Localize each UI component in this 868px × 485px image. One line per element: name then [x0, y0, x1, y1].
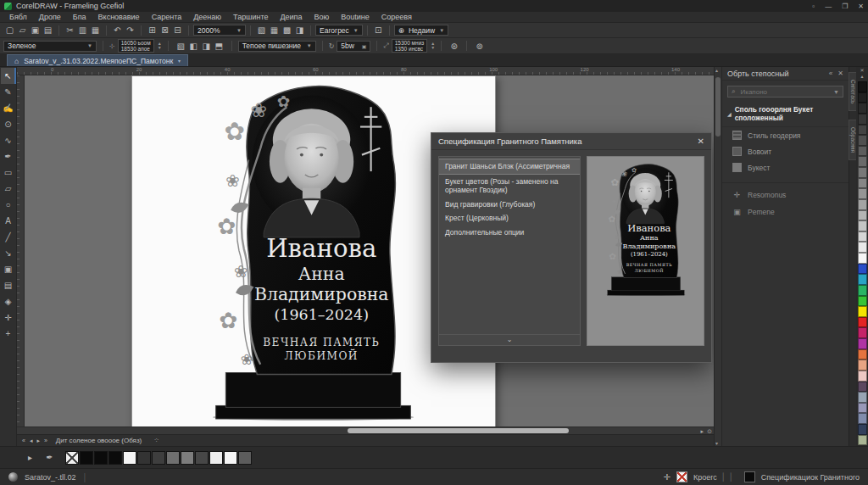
- zoom-tool-icon[interactable]: ⊙: [707, 427, 712, 435]
- open-icon[interactable]: ▱: [16, 24, 29, 36]
- layers-icon[interactable]: ◧: [187, 40, 200, 53]
- drawing-canvas[interactable]: ✿ ❀ ✿ ❀ ✿ ❀ ✿ ❀ Иванова Анна Владимировн…: [17, 75, 714, 426]
- docker-collapse-icon[interactable]: «: [829, 70, 832, 77]
- line-tool[interactable]: ╱: [1, 229, 16, 245]
- color-swatch[interactable]: [858, 392, 867, 403]
- dialog-title-bar[interactable]: Спецификация Гранитного Памятника ✕: [431, 133, 711, 150]
- spinner-arrows[interactable]: ▲▼: [431, 42, 435, 50]
- monument-object[interactable]: ✿ ❀ ✿ ❀ ✿ ❀ ✿ ❀ Иванова Анна Владимировн…: [206, 81, 420, 424]
- menu-item-0[interactable]: Бябл: [3, 13, 33, 21]
- color-swatch[interactable]: [94, 451, 108, 465]
- color-swatch[interactable]: [858, 274, 867, 285]
- horizontal-ruler[interactable]: 020406080100120140: [17, 67, 714, 75]
- color-swatch[interactable]: [858, 103, 867, 114]
- copy-icon[interactable]: ▥: [76, 24, 89, 36]
- restore-icon[interactable]: ❐: [842, 3, 848, 10]
- color-swatch[interactable]: [858, 178, 867, 189]
- object-position-fields[interactable]: 16050 ьоом 18530 апое: [118, 39, 154, 53]
- welcome-combo[interactable]: ⊕ Недаиw ▼: [394, 25, 448, 36]
- color-swatch[interactable]: [80, 451, 93, 465]
- rectangle-tool[interactable]: ▭: [1, 164, 16, 181]
- publish-pdf-icon[interactable]: ⊟: [171, 24, 184, 36]
- frame-tool[interactable]: ▣: [1, 261, 16, 277]
- spinner-arrows[interactable]: ▲▼: [158, 42, 162, 50]
- view-grid-icon[interactable]: ▦: [268, 24, 281, 36]
- menu-item-10[interactable]: Сореевя: [376, 13, 418, 21]
- pick-tool[interactable]: ↖: [1, 68, 16, 84]
- page-options-icon[interactable]: ⁘: [153, 437, 159, 444]
- color-swatch[interactable]: [858, 306, 867, 317]
- spec-list-item-0[interactable]: Гранит Шаньси Блэк (Ассиметричная: [439, 159, 580, 175]
- save-icon[interactable]: ▣: [29, 24, 42, 36]
- eraser-tool[interactable]: ◈: [1, 293, 16, 309]
- vertical-scroll-thumb[interactable]: [715, 77, 721, 137]
- color-swatch[interactable]: [858, 349, 867, 360]
- print-icon[interactable]: ▤: [42, 24, 54, 36]
- menu-item-2[interactable]: Бпа: [67, 13, 92, 21]
- color-swatch[interactable]: [858, 435, 867, 446]
- color-swatch[interactable]: [858, 114, 867, 125]
- redo-icon[interactable]: ↷: [124, 24, 136, 36]
- menu-item-5[interactable]: Деенаю: [187, 13, 227, 21]
- color-swatch[interactable]: [123, 451, 136, 465]
- snap-to-combo[interactable]: Еагогрес ▼: [315, 25, 363, 36]
- rotate-icon[interactable]: ↻: [329, 42, 335, 50]
- horizontal-scrollbar[interactable]: ▸ ⊙: [17, 426, 714, 434]
- more-options-icon[interactable]: ⊚: [473, 40, 486, 53]
- import-icon[interactable]: ⊞: [146, 24, 159, 36]
- color-eyedropper-icon[interactable]: ✒: [43, 451, 56, 464]
- color-swatch[interactable]: [858, 81, 867, 92]
- next-page-button[interactable]: ▸: [36, 438, 40, 444]
- palette-scroll-up-icon[interactable]: ▴: [860, 74, 863, 80]
- color-swatch[interactable]: [65, 451, 79, 465]
- color-swatch[interactable]: [858, 156, 867, 167]
- menu-item-8[interactable]: Вою: [308, 13, 335, 21]
- color-swatch[interactable]: [238, 451, 252, 465]
- menu-item-4[interactable]: Сарента: [146, 13, 188, 21]
- color-swatch[interactable]: [181, 451, 194, 465]
- menu-item-3[interactable]: Вксновавие: [92, 13, 146, 21]
- settings-gear-icon[interactable]: ⊛: [448, 40, 460, 53]
- list-scroll-down-button[interactable]: ⌄: [439, 334, 580, 345]
- color-swatch[interactable]: [858, 338, 867, 349]
- polygon-tool[interactable]: ▱: [1, 181, 16, 197]
- view-options-icon[interactable]: ◨: [293, 24, 306, 36]
- docker-item-2[interactable]: Букест: [722, 159, 849, 176]
- page-shape-icon[interactable]: ▧: [175, 40, 187, 53]
- spec-list-item-4[interactable]: Дополнительные опции: [439, 226, 580, 240]
- palette-flyout-icon[interactable]: ▸: [24, 451, 36, 464]
- document-tab[interactable]: ⌂ Saratov_v_.31.03.2022.МеяпоеПС_Памотон…: [7, 54, 188, 66]
- color-swatch[interactable]: [137, 451, 151, 465]
- menu-item-9[interactable]: Boutине: [335, 13, 376, 21]
- color-swatch[interactable]: [858, 146, 867, 157]
- undo-icon[interactable]: ↶: [111, 24, 124, 36]
- color-swatch[interactable]: [858, 413, 867, 424]
- menu-item-7[interactable]: Деипа: [274, 13, 308, 21]
- scroll-right-icon[interactable]: ▸: [700, 427, 704, 435]
- zoom-tool[interactable]: ⊙: [1, 116, 16, 132]
- docker-item-Pemene[interactable]: ▣Pemene: [722, 203, 849, 220]
- color-swatch[interactable]: [858, 231, 867, 242]
- shape-tool[interactable]: ✎: [1, 84, 16, 100]
- first-page-button[interactable]: «: [22, 438, 25, 444]
- search-input[interactable]: [738, 87, 830, 97]
- palette-close-icon[interactable]: ✕: [860, 68, 864, 74]
- color-swatch[interactable]: [858, 296, 867, 307]
- previous-page-button[interactable]: ◂: [30, 438, 33, 444]
- color-swatch[interactable]: [858, 327, 867, 338]
- color-swatch[interactable]: [858, 403, 867, 414]
- color-swatch[interactable]: [858, 424, 867, 435]
- scroll-up-icon[interactable]: ▴: [715, 67, 718, 73]
- angle-field[interactable]: 5bw ▣: [337, 41, 370, 52]
- color-swatch[interactable]: [858, 167, 867, 178]
- color-swatch[interactable]: [858, 125, 867, 136]
- title-bar[interactable]: CorelDRAW - Frameling Gcefiol ▫—❐✕: [0, 0, 868, 12]
- color-swatch[interactable]: [858, 371, 867, 382]
- color-swatch[interactable]: [858, 285, 867, 296]
- color-swatch[interactable]: [858, 264, 867, 275]
- color-swatch[interactable]: [858, 135, 867, 146]
- vertical-scrollbar[interactable]: ▴ ▾: [714, 67, 721, 446]
- color-swatch[interactable]: [858, 382, 867, 393]
- vertical-ruler[interactable]: [17, 75, 25, 426]
- freehand-tool[interactable]: ∿: [1, 132, 16, 148]
